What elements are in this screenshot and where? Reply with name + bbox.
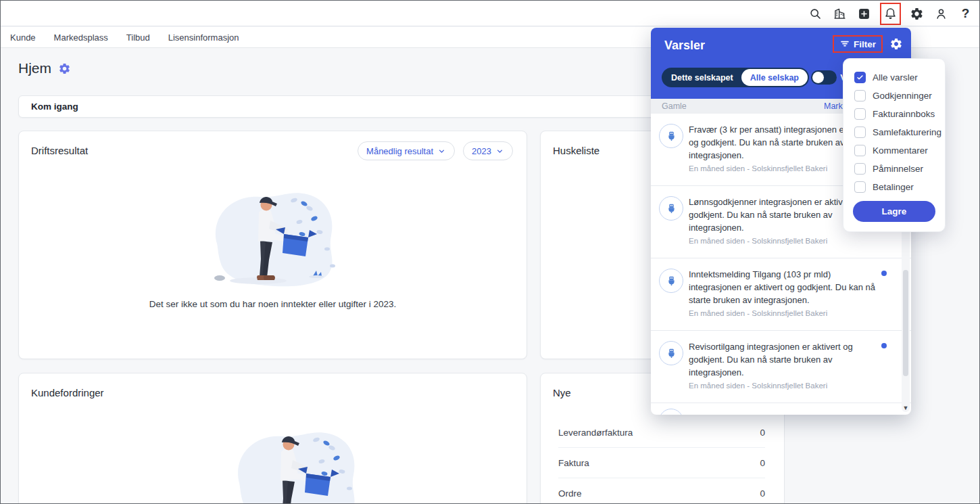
driftsresultat-filters: Månedlig resultat 2023 xyxy=(358,141,513,160)
nye-row-value: 0 xyxy=(760,488,765,499)
notification-item-partial[interactable] xyxy=(651,403,911,415)
notification-text: Revisortilgang integrasjonen er aktivert… xyxy=(689,340,880,379)
filter-option-alle-varsler[interactable]: Alle varsler xyxy=(854,68,945,87)
search-icon[interactable] xyxy=(807,5,824,23)
nye-row-label: Leverandørfaktura xyxy=(558,428,633,438)
help-icon[interactable]: ? xyxy=(957,5,974,23)
nye-row-faktura[interactable]: Faktura 0 xyxy=(558,448,765,478)
unread-only-toggle[interactable] xyxy=(811,70,837,85)
empty-box-illustration xyxy=(194,181,349,290)
checkbox[interactable] xyxy=(854,72,866,83)
period-filter-dropdown[interactable]: Månedlig resultat xyxy=(358,141,455,160)
profile-icon[interactable] xyxy=(933,5,950,23)
filter-option-label: Fakturainnboks xyxy=(873,109,935,119)
notifications-bell-icon[interactable] xyxy=(882,5,899,23)
card-nye-title: Nye xyxy=(553,384,571,398)
nye-row-value: 0 xyxy=(760,458,765,468)
filter-option-label: Påminnelser xyxy=(873,164,923,174)
integration-usb-icon xyxy=(659,124,683,148)
filter-highlight-box: Filter xyxy=(833,35,883,53)
card-huskeliste-title: Huskeliste xyxy=(553,141,599,156)
unread-dot xyxy=(881,271,887,276)
checkbox[interactable] xyxy=(854,108,866,120)
notification-meta: En måned siden - Solskinnsfjellet Bakeri xyxy=(689,309,880,317)
nye-row-label: Faktura xyxy=(558,458,589,468)
dashboard-settings-gear-icon[interactable] xyxy=(58,62,71,75)
filter-dropdown: Alle varsler Godkjenninger Fakturainnbok… xyxy=(843,58,946,232)
notification-meta: En måned siden - Solskinnsfjellet Bakeri xyxy=(689,382,880,390)
filter-option-label: Godkjenninger xyxy=(873,91,932,101)
notification-item[interactable]: Revisortilgang integrasjonen er aktivert… xyxy=(651,331,911,403)
app-window: ? Kunde Markedsplass Tilbud Lisensinform… xyxy=(0,0,980,504)
nav-item-markedsplass[interactable]: Markedsplass xyxy=(54,32,108,43)
nye-list: Leverandørfaktura 0 Faktura 0 Ordre 0 xyxy=(541,417,784,504)
nye-row-leverandorfaktura[interactable]: Leverandørfaktura 0 xyxy=(558,417,765,448)
checkbox[interactable] xyxy=(854,145,866,156)
company-scope-toggle: Dette selskapet Alle selskap xyxy=(662,68,809,87)
period-filter-value: Månedlig resultat xyxy=(366,146,433,156)
notifications-highlight-box xyxy=(880,3,901,25)
driftsresultat-empty-text: Det ser ikke ut som du har noen inntekte… xyxy=(19,299,526,309)
filter-option-label: Samlefakturering xyxy=(873,127,941,137)
year-filter-dropdown[interactable]: 2023 xyxy=(463,141,513,160)
empty-box-illustration xyxy=(216,421,372,504)
integration-usb-icon xyxy=(659,341,683,365)
chevron-down-icon xyxy=(437,147,446,156)
card-kundefordringer-title: Kundefordringer xyxy=(31,384,104,398)
toolbar-icon-group: ? xyxy=(807,1,974,26)
page-title: Hjem xyxy=(18,60,51,76)
checkbox[interactable] xyxy=(854,181,866,193)
scope-this-company-button[interactable]: Dette selskapet xyxy=(663,73,741,83)
notification-meta: En måned siden - Solskinnsfjellet Bakeri xyxy=(689,237,880,245)
card-kundefordringer: Kundefordringer xyxy=(18,373,527,504)
filter-icon xyxy=(839,39,850,49)
integration-usb-icon xyxy=(659,196,683,221)
scope-all-companies-button[interactable]: Alle selskap xyxy=(741,69,808,86)
toggle-knob xyxy=(812,72,824,83)
company-selector-icon[interactable] xyxy=(831,5,848,23)
page-title-row: Hjem xyxy=(18,60,71,76)
notifications-panel-title: Varsler xyxy=(664,39,705,53)
filter-option-kommentarer[interactable]: Kommentarer xyxy=(854,141,945,160)
filter-button[interactable]: Filter xyxy=(839,39,876,49)
checkbox[interactable] xyxy=(854,163,866,175)
add-icon[interactable] xyxy=(856,5,873,23)
checkbox[interactable] xyxy=(854,127,866,138)
filter-option-samlefakturering[interactable]: Samlefakturering xyxy=(854,123,945,141)
notification-item[interactable]: Inntektsmelding Tilgang (103 pr mld) int… xyxy=(651,258,911,331)
card-driftsresultat-title: Driftsresultat xyxy=(31,141,88,156)
filter-option-betalinger[interactable]: Betalinger xyxy=(854,178,945,196)
filter-option-label: Alle varsler xyxy=(873,72,918,83)
nav-item-kunde[interactable]: Kunde xyxy=(10,32,36,43)
integration-usb-icon xyxy=(659,409,683,415)
notification-text: Inntektsmelding Tilgang (103 pr mld) int… xyxy=(689,268,880,306)
scroll-down-arrow-icon[interactable]: ▼ xyxy=(902,405,910,411)
filter-option-fakturainnboks[interactable]: Fakturainnboks xyxy=(854,105,945,123)
card-driftsresultat: Driftsresultat Månedlig resultat 2023 De… xyxy=(18,131,527,359)
save-filter-button[interactable]: Lagre xyxy=(853,201,935,222)
filter-option-paminnelser[interactable]: Påminnelser xyxy=(854,160,945,178)
filter-option-label: Kommentarer xyxy=(873,145,928,156)
nav-item-lisensinformasjon[interactable]: Lisensinformasjon xyxy=(168,32,239,43)
year-filter-value: 2023 xyxy=(472,146,491,156)
notifications-group-label: Gamle xyxy=(662,101,687,111)
settings-gear-icon[interactable] xyxy=(908,5,925,23)
filter-option-godkjenninger[interactable]: Godkjenninger xyxy=(854,87,945,105)
filter-option-label: Betalinger xyxy=(873,182,914,192)
top-toolbar: ? xyxy=(1,1,979,26)
checkbox[interactable] xyxy=(854,90,866,101)
filter-button-label: Filter xyxy=(854,39,876,49)
nye-row-label: Ordre xyxy=(558,488,582,499)
nye-row-ordre[interactable]: Ordre 0 xyxy=(558,478,765,504)
integration-usb-icon xyxy=(659,269,683,293)
scrollbar-thumb[interactable] xyxy=(903,270,908,377)
notification-settings-gear-icon[interactable] xyxy=(889,37,903,51)
nav-item-tilbud[interactable]: Tilbud xyxy=(126,32,150,43)
nye-row-value: 0 xyxy=(760,428,765,438)
chevron-down-icon xyxy=(495,147,504,156)
unread-dot xyxy=(881,343,887,348)
getting-started-label: Kom igang xyxy=(31,101,78,112)
